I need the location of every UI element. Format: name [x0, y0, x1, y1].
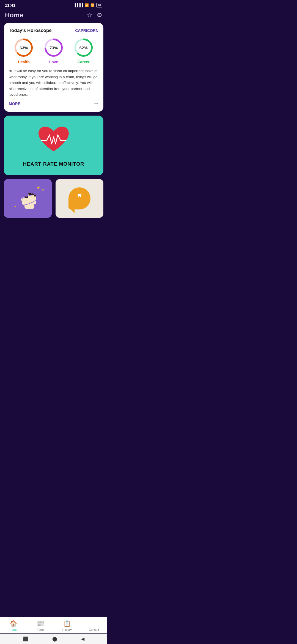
palm-icon-wrap: ★ ★ ★ — [13, 183, 43, 214]
health-circle: 63% — [13, 37, 34, 58]
header-icons: ☆ ⚙ — [87, 12, 102, 19]
app-header: Home ☆ ⚙ — [0, 9, 107, 23]
palm-reading-card[interactable]: ★ ★ ★ — [4, 179, 52, 218]
main-content: Today's Horoscope CAPRICORN 63% Health — [0, 23, 107, 255]
horoscope-sign: CAPRICORN — [75, 28, 98, 33]
heart-icon-wrap — [36, 124, 72, 157]
more-button[interactable]: MORE — [9, 102, 20, 106]
signal-icon: ▐▐▐▐ — [74, 3, 83, 7]
status-time: 11:41 — [5, 3, 15, 7]
quote-bubble: ❞ — [68, 187, 90, 209]
love-circle-item: 73% Love — [43, 37, 64, 64]
love-percent: 73% — [50, 45, 58, 50]
share-icon[interactable]: ⮡ — [94, 101, 98, 107]
star-deco-2: ★ — [42, 188, 44, 191]
love-circle: 73% — [43, 37, 64, 58]
horoscope-title: Today's Horoscope — [9, 28, 52, 33]
career-circle: 62% — [73, 37, 94, 58]
quote-marks-icon: ❞ — [77, 193, 82, 202]
heart-rate-label: HEART RATE MONITOR — [23, 161, 84, 167]
svg-rect-13 — [28, 193, 31, 195]
horoscope-circles: 63% Health 73% Love — [9, 37, 98, 64]
heart-rate-svg — [36, 125, 72, 155]
heart-rate-card[interactable]: HEART RATE MONITOR — [4, 116, 103, 175]
horoscope-card: Today's Horoscope CAPRICORN 63% Health — [4, 23, 103, 112]
star-icon[interactable]: ☆ — [87, 12, 92, 19]
health-percent: 63% — [20, 45, 28, 50]
health-label: Health — [18, 60, 30, 64]
quote-card[interactable]: ❞ — [56, 179, 103, 218]
wifi2-icon: 🛜 — [90, 3, 95, 7]
horoscope-footer: MORE ⮡ — [9, 101, 98, 107]
battery-indicator: 46 — [96, 3, 102, 7]
page-title: Home — [5, 11, 23, 19]
love-label: Love — [49, 60, 58, 64]
status-icons: ▐▐▐▐ 📶 🛜 46 — [74, 3, 102, 7]
settings-icon[interactable]: ⚙ — [97, 12, 102, 19]
star-deco-3: ★ — [14, 204, 16, 208]
career-circle-item: 62% Career — [73, 37, 94, 64]
status-bar: 11:41 ▐▐▐▐ 📶 🛜 46 — [0, 0, 107, 9]
career-percent: 62% — [79, 45, 88, 50]
career-label: Career — [77, 60, 89, 64]
mini-cards-row: ★ ★ ★ — [4, 179, 103, 218]
star-deco-1: ★ — [37, 185, 40, 190]
horoscope-description: di, it will be easy for you to finish of… — [9, 68, 98, 98]
horoscope-header: Today's Horoscope CAPRICORN — [9, 28, 98, 33]
health-circle-item: 63% Health — [13, 37, 34, 64]
wifi-icon: 📶 — [85, 3, 89, 7]
